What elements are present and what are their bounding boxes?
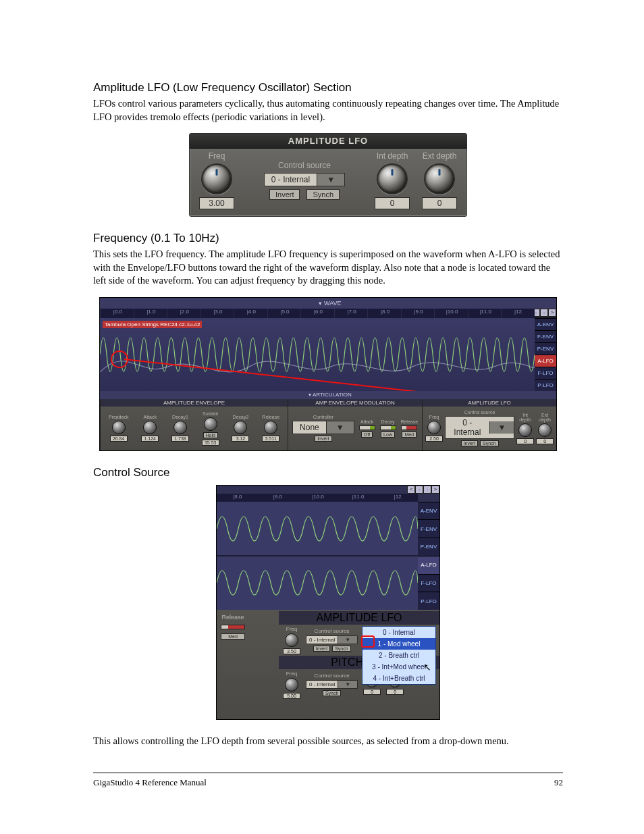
chevron-down-icon[interactable]: ▼ bbox=[338, 681, 357, 688]
int-depth-knob[interactable] bbox=[377, 163, 408, 194]
decay-mode[interactable]: Low bbox=[381, 432, 395, 438]
wave-header[interactable]: ▾ WAVE bbox=[100, 298, 556, 309]
chevron-down-icon[interactable]: ▼ bbox=[338, 636, 357, 644]
para-control-source: This allows controlling the LFO depth fr… bbox=[93, 735, 563, 748]
int-depth-value[interactable]: 0 bbox=[375, 197, 410, 209]
env-value[interactable]: 26.84 bbox=[110, 436, 128, 442]
controller-dropdown[interactable]: None▼ bbox=[292, 421, 354, 434]
freq-value[interactable]: 5.00 bbox=[283, 693, 300, 699]
chevron-down-icon[interactable]: ▼ bbox=[317, 174, 344, 186]
control-source-dropdown[interactable]: 0 - Internal ▼ bbox=[264, 173, 345, 186]
release-mode[interactable]: Med bbox=[221, 633, 245, 640]
env-value[interactable]: 1.738 bbox=[171, 436, 189, 442]
para-frequency: This sets the LFO frequency. The amplitu… bbox=[93, 248, 563, 288]
ruler-tick: |8.0 bbox=[217, 494, 257, 502]
wave-body[interactable] bbox=[217, 502, 418, 610]
tab-p-lfo[interactable]: P-LFO bbox=[418, 592, 439, 610]
tab-p-env[interactable]: P-ENV bbox=[535, 342, 556, 355]
heading-amp-lfo: Amplitude LFO (Low Frequency Oscillator)… bbox=[93, 81, 563, 95]
ext-depth-value[interactable]: 0 bbox=[422, 197, 457, 209]
envelope-tabs[interactable]: A-ENVF-ENVP-ENVA-LFOF-LFOP-LFO bbox=[418, 502, 439, 610]
ruler-tick: |9.0 bbox=[257, 494, 298, 502]
tab-p-env[interactable]: P-ENV bbox=[418, 538, 439, 556]
release-slider[interactable] bbox=[401, 425, 417, 430]
footer-title: GigaStudio 4 Reference Manual bbox=[93, 777, 207, 788]
env-knob[interactable] bbox=[204, 417, 217, 431]
tab-a-env[interactable]: A-ENV bbox=[535, 318, 556, 330]
invert-button[interactable]: Invert bbox=[313, 646, 331, 652]
waveform-editor: ▾ WAVE <--> |0.0|1.0|2.0|3.0|4.0|5.0|6.0… bbox=[99, 297, 557, 451]
heading-frequency: Frequency (0.1 To 10Hz) bbox=[93, 232, 563, 245]
int-depth-knob[interactable] bbox=[518, 423, 532, 437]
ruler-tick: |12. bbox=[377, 494, 418, 502]
tab-a-lfo[interactable]: A-LFO bbox=[535, 355, 556, 367]
synch-button[interactable]: Synch bbox=[306, 189, 340, 200]
ruler-tick: |12. bbox=[501, 309, 535, 318]
ext-depth-value[interactable]: 0 bbox=[386, 689, 404, 695]
chevron-down-icon[interactable]: ▼ bbox=[489, 421, 514, 434]
page-number: 92 bbox=[554, 777, 563, 788]
ruler-tick: |10.0 bbox=[434, 309, 468, 318]
env-knob[interactable] bbox=[173, 421, 187, 434]
tab-f-lfo[interactable]: F-LFO bbox=[418, 574, 439, 592]
env-value[interactable]: 35.53 bbox=[202, 440, 219, 446]
ext-depth-knob[interactable] bbox=[424, 163, 455, 194]
control-source-menu[interactable]: 0 - Internal1 - Mod wheel2 - Breath ctrl… bbox=[362, 626, 436, 685]
synch-button[interactable]: Synch bbox=[480, 440, 498, 446]
env-value[interactable]: 3.12 bbox=[232, 436, 249, 442]
release-slider[interactable] bbox=[221, 625, 245, 629]
release-mode[interactable]: Med bbox=[402, 432, 417, 438]
ruler-tick: |11.0 bbox=[338, 494, 378, 502]
menu-item[interactable]: 2 - Breath ctrl bbox=[363, 650, 435, 661]
int-depth-value[interactable]: 0 bbox=[363, 689, 381, 695]
tab-a-lfo[interactable]: A-LFO bbox=[418, 556, 439, 574]
articulation-header[interactable]: ▾ ARTICULATION bbox=[100, 391, 556, 399]
ext-depth-knob[interactable] bbox=[538, 423, 552, 437]
tab-f-env[interactable]: F-ENV bbox=[418, 519, 439, 538]
ruler-tick: |5.0 bbox=[267, 309, 301, 318]
ctrl-src-label: Control source bbox=[464, 410, 495, 415]
wave-nav[interactable]: <--> bbox=[407, 486, 439, 494]
decay-slider[interactable] bbox=[380, 425, 396, 430]
freq-knob[interactable] bbox=[285, 633, 298, 647]
int-depth-value[interactable]: 0 bbox=[516, 438, 534, 444]
freq-knob[interactable] bbox=[427, 421, 441, 434]
freq-value[interactable]: 3.00 bbox=[199, 197, 234, 209]
synch-button[interactable]: Synch bbox=[332, 646, 350, 652]
tab-p-lfo[interactable]: P-LFO bbox=[535, 379, 556, 391]
freq-value[interactable]: 2.50 bbox=[425, 436, 443, 442]
panel-title: AMPLITUDE LFO bbox=[190, 134, 466, 149]
ctrl-src-dropdown[interactable]: 0 - Internal▼ bbox=[445, 416, 514, 439]
env-knob[interactable] bbox=[234, 421, 247, 434]
hold-button[interactable]: Hold bbox=[203, 432, 218, 438]
env-knob[interactable] bbox=[112, 421, 126, 434]
freq-knob[interactable] bbox=[201, 163, 232, 194]
tab-f-env[interactable]: F-ENV bbox=[535, 330, 556, 342]
invert-button[interactable]: Invert bbox=[315, 436, 332, 442]
attack-slider[interactable] bbox=[359, 425, 375, 430]
controller-label: Controller bbox=[313, 415, 333, 419]
env-knob[interactable] bbox=[143, 421, 157, 434]
freq-knob[interactable] bbox=[285, 678, 298, 692]
tab-f-lfo[interactable]: F-LFO bbox=[535, 367, 556, 379]
envelope-tabs[interactable]: A-ENVF-ENVP-ENVA-LFOF-LFOP-LFO bbox=[535, 318, 556, 391]
ctrl-src-dropdown[interactable]: 0 - Internal▼ bbox=[306, 635, 358, 644]
tab-a-env[interactable]: A-ENV bbox=[418, 502, 439, 520]
ctrl-src-dropdown[interactable]: 0 - Internal▼ bbox=[306, 680, 358, 689]
freq-value[interactable]: 2.50 bbox=[283, 648, 300, 654]
ext-depth-value[interactable]: 0 bbox=[536, 438, 554, 444]
menu-item[interactable]: 4 - Int+Breath ctrl bbox=[363, 673, 435, 684]
synch-button[interactable]: Synch bbox=[323, 690, 341, 696]
ruler-tick: |0.0 bbox=[100, 309, 134, 318]
env-value[interactable]: 1.124 bbox=[141, 436, 159, 442]
env-label: Sustain bbox=[203, 411, 218, 416]
attack-mode[interactable]: Off bbox=[361, 432, 373, 438]
ruler-tick: |8.0 bbox=[367, 309, 401, 318]
chevron-down-icon[interactable]: ▼ bbox=[326, 421, 354, 434]
invert-button[interactable]: Invert bbox=[461, 440, 479, 446]
env-knob[interactable] bbox=[264, 421, 277, 434]
env-value[interactable]: 3.511 bbox=[262, 436, 279, 442]
wave-ruler: |8.0|9.0|10.0|11.0|12. bbox=[217, 494, 418, 502]
freq-label: Freq bbox=[286, 671, 297, 677]
invert-button[interactable]: Invert bbox=[269, 189, 300, 200]
